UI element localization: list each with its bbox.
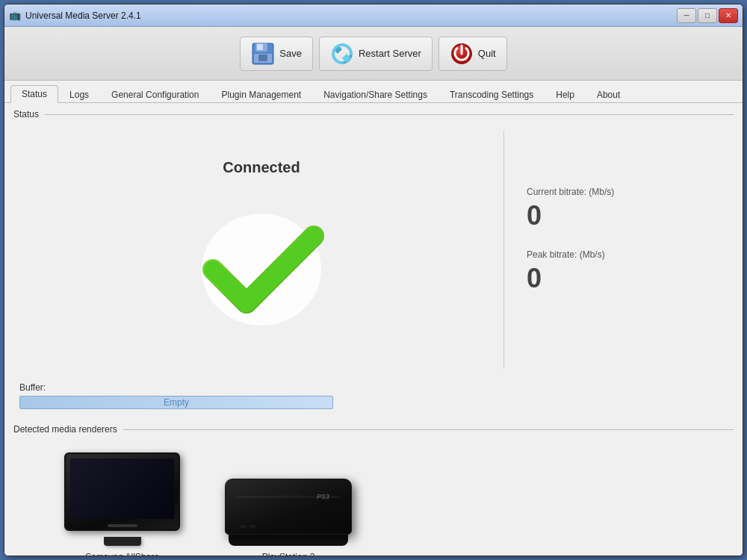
list-item: PS3 PlayStation 3 xyxy=(225,471,352,556)
window-controls: ─ □ ✕ xyxy=(677,8,738,23)
tab-plugin-management[interactable]: Plugin Management xyxy=(210,86,312,103)
window-title: Universal Media Server 2.4.1 xyxy=(25,10,141,21)
peak-bitrate-label: Peak bitrate: (Mb/s) xyxy=(527,249,728,260)
main-content: Status Connected xyxy=(4,103,743,556)
quit-label: Quit xyxy=(478,48,496,59)
restart-server-button[interactable]: Restart Server xyxy=(319,37,433,71)
renderers-section: Detected media renderers xyxy=(4,418,743,556)
connection-status: Connected xyxy=(223,159,300,176)
status-left-panel: Connected xyxy=(19,130,503,369)
app-icon: 📺 xyxy=(9,10,21,22)
buffer-label: Buffer: xyxy=(19,382,728,393)
tab-status[interactable]: Status xyxy=(10,85,58,103)
status-section-title: Status xyxy=(13,109,39,119)
renderers-section-header: Detected media renderers xyxy=(4,418,743,438)
checkmark-icon xyxy=(190,195,332,337)
save-icon xyxy=(251,42,275,66)
current-bitrate-label: Current bitrate: (Mb/s) xyxy=(527,187,728,197)
title-bar: 📺 Universal Media Server 2.4.1 ─ □ ✕ xyxy=(4,4,743,27)
samsung-label: Samsung AllShare xyxy=(85,552,159,556)
save-label: Save xyxy=(279,48,302,59)
svg-rect-2 xyxy=(257,44,263,50)
close-button[interactable]: ✕ xyxy=(719,8,738,23)
buffer-bar: Empty xyxy=(19,396,333,409)
ps3-label: PlayStation 3 xyxy=(262,552,315,556)
minimize-button[interactable]: ─ xyxy=(677,8,696,23)
main-window: 📺 Universal Media Server 2.4.1 ─ □ ✕ xyxy=(4,4,743,556)
title-bar-left: 📺 Universal Media Server 2.4.1 xyxy=(9,10,141,22)
checkmark-container xyxy=(187,191,336,340)
tab-transcoding-settings[interactable]: Transcoding Settings xyxy=(438,86,545,103)
current-bitrate-value: 0 xyxy=(527,200,728,231)
buffer-status: Empty xyxy=(164,397,189,408)
restart-label: Restart Server xyxy=(359,48,421,59)
tab-bar: Status Logs General Configuration Plugin… xyxy=(4,81,743,103)
renderers-area: Samsung AllShare PS3 xyxy=(4,438,743,556)
buffer-section: Buffer: Empty xyxy=(4,376,743,418)
status-area: Connected xyxy=(4,122,743,376)
tab-about[interactable]: About xyxy=(586,86,631,103)
list-item: Samsung AllShare xyxy=(64,452,180,556)
status-section-header: Status xyxy=(4,103,743,122)
tab-logs[interactable]: Logs xyxy=(58,86,100,103)
status-right-panel: Current bitrate: (Mb/s) 0 Peak bitrate: … xyxy=(503,130,728,369)
save-button[interactable]: Save xyxy=(240,37,313,71)
tab-help[interactable]: Help xyxy=(545,86,586,103)
restart-icon xyxy=(330,42,354,66)
peak-bitrate-value: 0 xyxy=(527,263,728,294)
toolbar: Save Restart Server xyxy=(4,27,743,81)
samsung-tv-image xyxy=(64,452,180,546)
tab-general-configuration[interactable]: General Configuration xyxy=(100,86,210,103)
quit-button[interactable]: Quit xyxy=(438,37,507,71)
renderers-section-title: Detected media renderers xyxy=(13,424,117,435)
maximize-button[interactable]: □ xyxy=(698,8,717,23)
ps3-image: PS3 xyxy=(225,471,352,546)
tab-navigation-share-settings[interactable]: Navigation/Share Settings xyxy=(312,86,438,103)
svg-rect-4 xyxy=(258,55,267,61)
quit-icon xyxy=(450,42,474,66)
